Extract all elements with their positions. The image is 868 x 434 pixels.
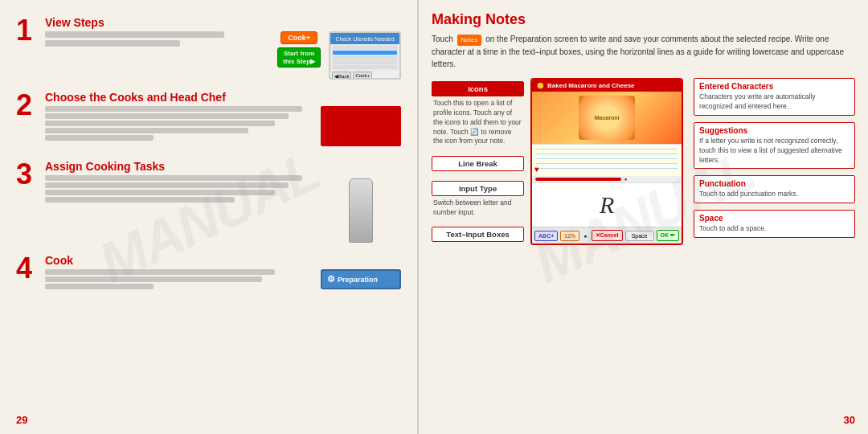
mini-screen-list bbox=[330, 44, 399, 71]
step-4-title: Cook bbox=[45, 254, 401, 267]
icons-label: Icons bbox=[432, 81, 524, 96]
note-line bbox=[536, 163, 678, 164]
space-button[interactable]: Space bbox=[625, 231, 654, 241]
punctuation-box: Punctuation Touch to add punctuation mar… bbox=[694, 175, 855, 203]
right-page: Making Notes Touch Notes on the Preparat… bbox=[419, 0, 868, 434]
input-type-label: Input Type bbox=[432, 181, 524, 196]
ui-mockup: 🟡 Baked Macaroni and Cheese Macaroni bbox=[530, 78, 683, 245]
notes-layout: Icons Touch this to open a list of profi… bbox=[432, 78, 855, 245]
step-2-content: Choose the Cooks and Head Chef bbox=[45, 91, 401, 149]
note-line bbox=[536, 149, 678, 149]
punctuation-desc: Touch to add punctuation marks. bbox=[699, 190, 850, 199]
step-3-title: Assign Cooking Tasks bbox=[45, 160, 401, 173]
step-4-number: 4 bbox=[16, 254, 39, 283]
suggestions-title: Suggestions bbox=[699, 126, 850, 135]
cancel-button[interactable]: ✕Cancel bbox=[592, 230, 623, 241]
ui-header: 🟡 Baked Macaroni and Cheese bbox=[532, 80, 682, 92]
line-break-label: Line Break bbox=[432, 156, 524, 171]
mini-nav: ◀Back Cook+ bbox=[330, 71, 399, 80]
handwriting-char: R bbox=[600, 191, 614, 219]
entered-characters-box: Entered Characters Characters you write … bbox=[694, 78, 855, 116]
num-button[interactable]: 12% bbox=[560, 231, 579, 241]
left-annotations: Icons Touch this to open a list of profi… bbox=[432, 78, 524, 245]
step-1-block: 1 View Steps Cook+ Start fromthis Step▶ … bbox=[16, 16, 401, 80]
mini-screen: Check Utensils Needed ◀Back Cook+ bbox=[329, 31, 401, 80]
mini-screen-header: Check Utensils Needed bbox=[330, 33, 399, 44]
step-2-title: Choose the Cooks and Head Chef bbox=[45, 91, 401, 104]
icons-desc: Touch this to open a list of profile ico… bbox=[432, 99, 524, 146]
ui-handwriting-area[interactable]: R bbox=[532, 182, 682, 227]
text-input-boxes-label: Text–Input Boxes bbox=[432, 227, 524, 242]
cook-nav-btn[interactable]: Cook+ bbox=[353, 72, 372, 80]
ui-note-area: ♥ bbox=[532, 144, 682, 176]
input-type-annotation: Input Type Switch between letter and num… bbox=[432, 181, 524, 218]
list-item bbox=[333, 55, 397, 59]
back-nav-btn[interactable]: ◀Back bbox=[332, 72, 351, 80]
list-item bbox=[333, 46, 397, 50]
step-2-number: 2 bbox=[16, 91, 39, 120]
space-desc: Touch to add a space. bbox=[699, 224, 850, 234]
page-number-right: 30 bbox=[844, 414, 855, 426]
heart-icon: ♥ bbox=[534, 165, 539, 174]
right-annotations: Entered Characters Characters you write … bbox=[694, 78, 855, 245]
entered-characters-desc: Characters you write are automatically r… bbox=[699, 92, 850, 112]
entered-characters-title: Entered Characters bbox=[699, 82, 850, 91]
ui-food-image: Macaroni bbox=[532, 92, 682, 144]
start-step-button[interactable]: Start fromthis Step▶ bbox=[277, 47, 321, 68]
step-1-number: 1 bbox=[16, 16, 39, 45]
page-number-left: 29 bbox=[16, 414, 27, 426]
space-title: Space bbox=[699, 214, 850, 223]
ui-progress-bar: ● bbox=[532, 176, 682, 182]
left-page: 1 View Steps Cook+ Start fromthis Step▶ … bbox=[0, 0, 417, 434]
note-line bbox=[536, 154, 678, 154]
ui-buttons-row: ABC+ 12% ● ✕Cancel Space OK ✏ bbox=[532, 227, 682, 244]
notes-inline-button[interactable]: Notes bbox=[457, 35, 482, 46]
text-input-boxes-annotation: Text–Input Boxes bbox=[432, 227, 524, 242]
step-1-content: View Steps Cook+ Start fromthis Step▶ Ch… bbox=[45, 16, 401, 80]
space-box: Space Touch to add a space. bbox=[694, 210, 855, 238]
step-1-title: View Steps bbox=[45, 16, 401, 29]
icons-annotation: Icons Touch this to open a list of profi… bbox=[432, 81, 524, 146]
ok-button[interactable]: OK ✏ bbox=[657, 230, 679, 241]
step-3-content: Assign Cooking Tasks bbox=[45, 160, 401, 243]
list-item bbox=[333, 51, 397, 55]
dot-indicator: ● bbox=[583, 233, 587, 239]
note-lines bbox=[534, 147, 679, 170]
step1-ui: Cook+ Start fromthis Step▶ bbox=[277, 31, 321, 68]
center-ui-mockup: 🟡 Baked Macaroni and Cheese Macaroni bbox=[530, 78, 687, 245]
list-item bbox=[333, 60, 397, 64]
suggestions-box: Suggestions If a letter you write is not… bbox=[694, 122, 855, 170]
step-2-block: 2 Choose the Cooks and Head Chef bbox=[16, 91, 401, 149]
step-3-number: 3 bbox=[16, 160, 39, 189]
step-1-area: Cook+ Start fromthis Step▶ Check Utensil… bbox=[45, 31, 401, 80]
progress-indicator bbox=[535, 178, 621, 181]
ui-header-text: Baked Macaroni and Cheese bbox=[547, 82, 634, 89]
cook-plus-button[interactable]: Cook+ bbox=[280, 31, 317, 44]
input-type-desc: Switch between letter and number input. bbox=[432, 199, 524, 218]
punctuation-title: Punctuation bbox=[699, 179, 850, 188]
line-break-annotation: Line Break bbox=[432, 156, 524, 171]
step-4-content: Cook ⚙ Preparation bbox=[45, 254, 401, 291]
suggestions-desc: If a letter you write is not recognized … bbox=[699, 137, 850, 166]
note-line bbox=[536, 158, 678, 159]
making-notes-intro: Touch Notes on the Preparation screen to… bbox=[432, 33, 855, 70]
note-line bbox=[536, 168, 678, 169]
step-4-block: 4 Cook ⚙ Preparation bbox=[16, 254, 401, 291]
making-notes-title: Making Notes bbox=[432, 11, 855, 28]
list-item bbox=[333, 65, 397, 69]
abc-button[interactable]: ABC+ bbox=[534, 231, 558, 241]
step-3-block: 3 Assign Cooking Tasks bbox=[16, 160, 401, 243]
